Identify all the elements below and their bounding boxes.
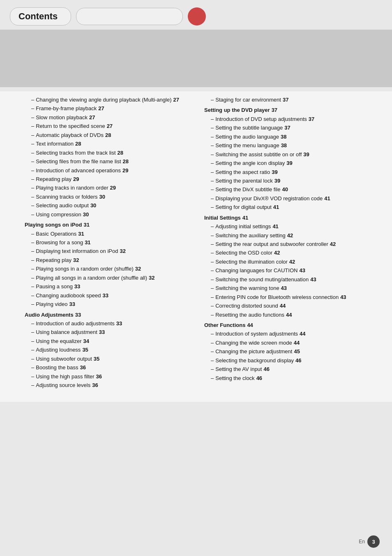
list-item: –Setting the angle icon display39 xyxy=(204,159,371,167)
right-column: –Staging for car environment37Setting up… xyxy=(200,95,380,389)
list-item: –Pausing a song33 xyxy=(25,282,192,291)
list-item: –Setting the subtitle language37 xyxy=(204,123,371,132)
list-item: –Setting the rear output and subwoofer c… xyxy=(204,240,371,248)
list-item: –Setting for digital output41 xyxy=(204,203,371,211)
list-item: –Changing the wide screen mode44 xyxy=(204,338,371,347)
list-item: –Text information28 xyxy=(25,139,192,148)
header-circle xyxy=(188,7,206,25)
list-item: –Setting the AV input46 xyxy=(204,365,371,373)
list-item: –Changing the viewing angle during playb… xyxy=(25,95,192,104)
list-item: –Return to the specified scene27 xyxy=(25,122,192,130)
list-item: –Changing languages for CAUTION43 xyxy=(204,266,371,275)
list-item: –Selecting tracks from the track list28 xyxy=(25,148,192,157)
left-column: –Changing the viewing angle during playb… xyxy=(25,95,200,389)
list-item: –Repeating play32 xyxy=(25,256,192,264)
list-item: –Introduction of advanced operations29 xyxy=(25,166,192,175)
list-item: –Using subwoofer output35 xyxy=(25,354,192,363)
list-item: –Selecting audio output30 xyxy=(25,201,192,210)
list-item: –Scanning tracks or folders30 xyxy=(25,192,192,201)
gray-spacer xyxy=(0,30,392,87)
list-item: –Introduction of audio adjustments33 xyxy=(25,319,192,328)
list-item: –Switching the auxiliary setting42 xyxy=(204,231,371,240)
list-item: –Setting the menu language38 xyxy=(204,141,371,150)
list-item: –Switching the assist subtitle on or off… xyxy=(204,150,371,159)
list-item: –Setting the parental lock39 xyxy=(204,176,371,185)
page-number: 3 xyxy=(372,539,375,545)
page-lang-label: En xyxy=(359,539,365,544)
list-item: Playing songs on iPod31 xyxy=(25,220,192,229)
list-item: Initial Settings41 xyxy=(204,213,371,222)
list-item: –Correcting distorted sound44 xyxy=(204,301,371,310)
list-item: –Adjusting loudness35 xyxy=(25,345,192,354)
list-item: –Playing video33 xyxy=(25,300,192,308)
list-item: –Setting the clock46 xyxy=(204,374,371,382)
list-item: –Playing songs in a random order (shuffl… xyxy=(25,264,192,273)
list-item: –Frame-by-frame playback27 xyxy=(25,104,192,113)
list-item: –Playing tracks in random order29 xyxy=(25,183,192,192)
header: Contents xyxy=(0,0,392,30)
list-item: Audio Adjustments33 xyxy=(25,310,192,319)
list-item: –Browsing for a song31 xyxy=(25,238,192,247)
list-item: –Entering PIN code for Bluetooth wireles… xyxy=(204,293,371,301)
list-item: Setting up the DVD player37 xyxy=(204,106,371,114)
list-item: –Automatic playback of DVDs28 xyxy=(25,131,192,139)
list-item: –Using compression30 xyxy=(25,210,192,219)
list-item: –Selecting files from the file name list… xyxy=(25,157,192,166)
list-item: –Switching the sound muting/attenuation4… xyxy=(204,275,371,284)
list-item: –Playing all songs in a random order (sh… xyxy=(25,273,192,282)
list-item: –Selecting the illumination color42 xyxy=(204,257,371,266)
list-item: –Staging for car environment37 xyxy=(204,95,371,104)
list-item: –Adjusting source levels36 xyxy=(25,381,192,389)
list-item: –Using the equalizer34 xyxy=(25,337,192,345)
page-number-circle: 3 xyxy=(367,535,380,548)
header-oval xyxy=(76,8,183,25)
list-item: –Introduction of system adjustments44 xyxy=(204,329,371,338)
list-item: Other Functions44 xyxy=(204,321,371,329)
list-item: –Setting the audio language38 xyxy=(204,132,371,141)
list-item: –Slow motion playback27 xyxy=(25,113,192,122)
list-item: –Repeating play29 xyxy=(25,175,192,183)
list-item: –Using balance adjustment33 xyxy=(25,328,192,336)
list-item: –Introduction of DVD setup adjustments37 xyxy=(204,115,371,123)
list-item: –Using the high pass filter36 xyxy=(25,372,192,381)
list-item: –Boosting the bass36 xyxy=(25,363,192,372)
list-item: –Setting the DivX subtitle file40 xyxy=(204,185,371,194)
list-item: –Selecting the OSD color42 xyxy=(204,248,371,257)
title-box: Contents xyxy=(10,7,71,25)
content-area: –Changing the viewing angle during playb… xyxy=(0,91,392,402)
list-item: –Basic Operations31 xyxy=(25,229,192,238)
list-item: –Displaying your DivX® VOD registration … xyxy=(204,194,371,203)
list-item: –Setting the aspect ratio39 xyxy=(204,168,371,176)
list-item: –Changing the picture adjustment45 xyxy=(204,347,371,356)
list-item: –Adjusting initial settings41 xyxy=(204,222,371,231)
page-number-area: En 3 xyxy=(359,535,380,548)
page: Contents –Changing the viewing angle dur… xyxy=(0,0,392,556)
list-item: –Changing audiobook speed33 xyxy=(25,291,192,300)
page-title: Contents xyxy=(18,11,58,22)
list-item: –Selecting the background display46 xyxy=(204,356,371,365)
list-item: –Resetting the audio functions44 xyxy=(204,310,371,319)
list-item: –Switching the warning tone43 xyxy=(204,284,371,292)
list-item: –Displaying text information on iPod32 xyxy=(25,247,192,255)
